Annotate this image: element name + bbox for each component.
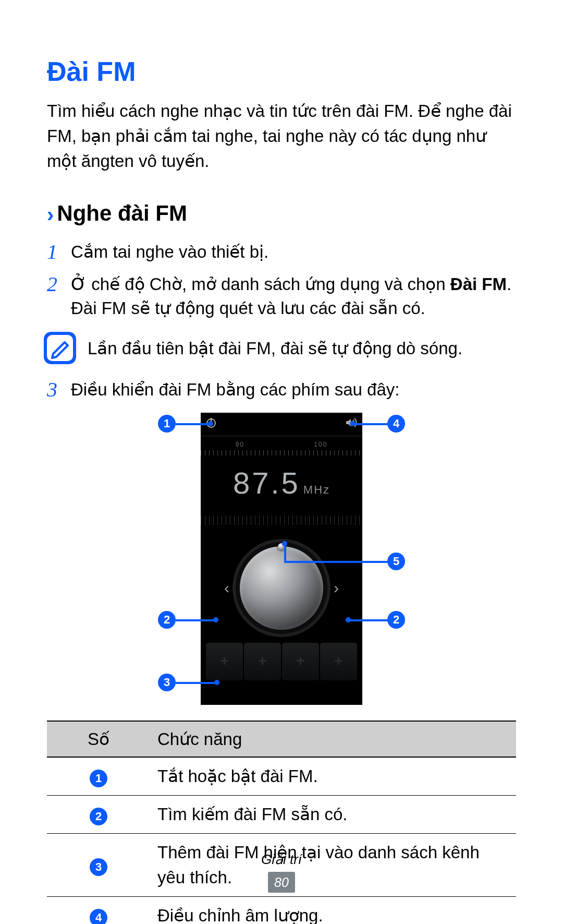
frequency-value: 87.5 xyxy=(233,466,300,500)
prev-station-icon: ‹ xyxy=(214,577,240,599)
callout-5: 5 xyxy=(387,553,405,570)
radio-illustration: 90 100 87.5MHz ‹ › xyxy=(133,413,430,705)
callout-2-left: 2 xyxy=(158,611,176,629)
page-title: Đài FM xyxy=(47,52,516,91)
footer-section: Giải trí xyxy=(0,850,563,870)
favorite-slot: + xyxy=(206,643,243,680)
step-number: 1 xyxy=(47,240,71,264)
tuning-wheel xyxy=(240,546,323,630)
row-number: 4 xyxy=(90,909,107,924)
step-body: Điều khiển đài FM bằng các phím sau đây: xyxy=(71,378,516,402)
table-head-function: Chức năng xyxy=(150,721,516,758)
row-function: Điều chỉnh âm lượng. xyxy=(150,896,516,924)
step-text-bold: Đài FM xyxy=(450,274,507,294)
favorite-slot: + xyxy=(282,643,319,680)
favorite-slot: + xyxy=(244,643,281,680)
step-number: 3 xyxy=(47,378,71,402)
step-body: Cắm tai nghe vào thiết bị. xyxy=(71,240,516,264)
favorite-slot: + xyxy=(320,643,357,680)
frequency-unit: MHz xyxy=(303,483,330,496)
note-icon xyxy=(44,332,76,364)
section-title: Nghe đài FM xyxy=(57,198,187,230)
intro-text: Tìm hiểu cách nghe nhạc và tin tức trên … xyxy=(47,99,516,174)
table-row: 2 Tìm kiếm đài FM sẵn có. xyxy=(47,796,516,834)
table-head-number: Số xyxy=(47,721,150,758)
frequency-display: 87.5MHz xyxy=(201,461,362,505)
step-number: 2 xyxy=(47,272,71,320)
callout-2-right: 2 xyxy=(387,611,405,629)
scale-label: 90 xyxy=(236,440,244,449)
page-number: 80 xyxy=(268,872,295,893)
table-row: 4 Điều chỉnh âm lượng. xyxy=(47,896,516,924)
scale-label: 100 xyxy=(314,440,327,449)
table-row: 1 Tắt hoặc bật đài FM. xyxy=(47,757,516,795)
row-function: Tắt hoặc bật đài FM. xyxy=(150,757,516,795)
next-station-icon: › xyxy=(323,577,349,599)
callout-4: 4 xyxy=(387,415,405,433)
note-text: Lần đầu tiên bật đài FM, đài sẽ tự động … xyxy=(88,335,462,361)
step-text-pre: Ở chế độ Chờ, mở danh sách ứng dụng và c… xyxy=(71,274,450,294)
step-body: Ở chế độ Chờ, mở danh sách ứng dụng và c… xyxy=(71,272,516,320)
callout-3: 3 xyxy=(158,674,176,691)
row-number: 2 xyxy=(90,808,107,825)
section-chevron-icon: › xyxy=(47,204,54,225)
function-table: Số Chức năng 1 Tắt hoặc bật đài FM. 2 Tì… xyxy=(47,721,516,924)
row-number: 1 xyxy=(90,770,107,787)
row-function: Tìm kiếm đài FM sẵn có. xyxy=(150,796,516,834)
callout-1: 1 xyxy=(158,415,176,433)
